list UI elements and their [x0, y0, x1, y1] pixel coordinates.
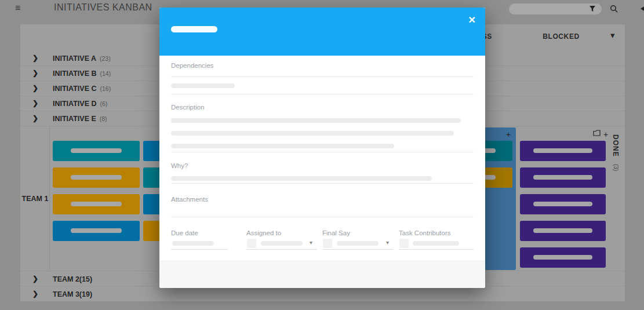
modal-header: ✕: [159, 8, 485, 56]
field-underline: [399, 249, 474, 250]
field-underline: [246, 249, 317, 250]
divider: [171, 94, 474, 94]
due-date-field[interactable]: [172, 241, 214, 246]
assigned-to-avatar[interactable]: [247, 239, 256, 248]
dropdown-caret-icon[interactable]: ▾: [310, 239, 312, 246]
dependency-value-placeholder[interactable]: [171, 83, 235, 88]
description-line-placeholder: [171, 118, 461, 123]
dropdown-caret-icon[interactable]: ▾: [386, 239, 389, 246]
divider: [171, 183, 474, 184]
description-label: Description: [171, 104, 205, 111]
description-line-placeholder: [171, 144, 394, 148]
why-value-placeholder[interactable]: [171, 176, 432, 181]
assigned-to-field[interactable]: [261, 241, 303, 246]
task-detail-modal: ✕ Dependencies Description Why? Attachme…: [159, 8, 485, 288]
modal-footer: [159, 261, 485, 288]
divider: [171, 217, 474, 217]
description-line-placeholder: [171, 131, 454, 136]
field-underline: [171, 249, 228, 250]
task-contributors-field[interactable]: [413, 241, 459, 246]
final-say-label: Final Say: [322, 229, 350, 236]
divider: [171, 152, 474, 152]
dependencies-label: Dependencies: [171, 62, 214, 69]
task-contributors-avatar[interactable]: [399, 239, 409, 248]
final-say-field[interactable]: [337, 241, 379, 246]
field-underline: [322, 249, 393, 250]
why-label: Why?: [171, 162, 188, 169]
attachments-label: Attachments: [171, 196, 208, 203]
task-contributors-label: Task Contributors: [399, 229, 450, 236]
due-date-label: Due date: [171, 229, 198, 236]
close-icon[interactable]: ✕: [468, 14, 476, 25]
final-say-avatar[interactable]: [323, 239, 332, 248]
divider: [171, 76, 474, 77]
modal-title-placeholder: [171, 26, 217, 32]
assigned-to-label: Assigned to: [246, 229, 281, 236]
